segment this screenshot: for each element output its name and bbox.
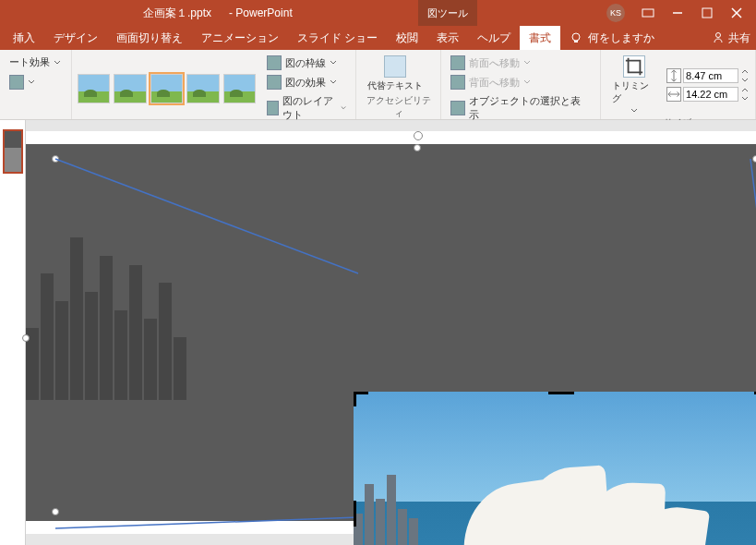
compress-button[interactable]	[6, 73, 39, 91]
picture-style-5[interactable]	[223, 74, 257, 103]
svg-rect-2	[702, 8, 712, 18]
app-name: - PowerPoint	[229, 6, 293, 19]
alt-text-icon	[384, 55, 406, 78]
lightbulb-icon	[570, 31, 582, 44]
selection-handle-l[interactable]	[22, 334, 30, 342]
selection-handle-tl[interactable]	[52, 155, 59, 163]
effects-icon	[267, 75, 282, 90]
tab-format[interactable]: 書式	[520, 26, 560, 50]
tab-animations[interactable]: アニメーション	[192, 26, 288, 50]
image-content	[470, 457, 711, 545]
bring-forward-icon	[450, 55, 465, 70]
bring-forward-button[interactable]: 前面へ移動	[447, 54, 534, 72]
tab-transitions[interactable]: 画面切り替え	[107, 26, 192, 50]
crop-handle-tl[interactable]	[354, 392, 368, 406]
picture-border-button[interactable]: 図の枠線	[263, 54, 349, 72]
maximize-icon[interactable]	[701, 6, 714, 19]
crop-region[interactable]	[354, 392, 756, 545]
picture-style-2[interactable]	[114, 74, 147, 103]
height-spinner[interactable]	[740, 68, 750, 83]
tab-view[interactable]: 表示	[427, 26, 468, 50]
slide-canvas[interactable]	[26, 131, 756, 534]
ribbon-tabs: 挿入 デザイン 画面切り替え アニメーション スライド ショー 校閲 表示 ヘル…	[0, 26, 756, 50]
minimize-icon[interactable]	[671, 6, 684, 19]
crop-button[interactable]: トリミング	[606, 54, 663, 116]
crop-handle-l[interactable]	[354, 501, 356, 527]
alt-text-button[interactable]: 代替テキスト	[362, 54, 428, 94]
svg-point-5	[572, 33, 580, 41]
compress-icon	[9, 75, 24, 90]
user-avatar[interactable]: KS	[606, 4, 625, 22]
picture-effects-button[interactable]: 図の効果	[263, 73, 349, 91]
share-icon	[712, 31, 725, 44]
width-spinner[interactable]	[740, 87, 750, 102]
slide-thumbnail-panel	[0, 120, 26, 545]
share-button[interactable]: 共有	[712, 30, 750, 46]
ribbon-display-icon[interactable]	[642, 6, 654, 19]
crop-icon	[623, 55, 645, 78]
crop-handle-t[interactable]	[548, 392, 574, 394]
close-icon[interactable]	[730, 6, 743, 19]
contextual-tab-label: 図ツール	[418, 0, 477, 26]
slide-editor	[0, 120, 756, 545]
chevron-down-icon	[54, 59, 61, 67]
picture-style-3[interactable]	[150, 74, 184, 103]
rotation-handle[interactable]	[414, 131, 423, 140]
picture-style-4[interactable]	[186, 74, 220, 103]
width-input[interactable]	[683, 87, 738, 102]
artistic-effects-button[interactable]: ート効果	[6, 54, 65, 71]
ribbon: ート効果 図の枠線 図の効果 図のレイアウト 図のスタイル 代替テキスト	[0, 50, 756, 120]
height-icon	[666, 68, 681, 83]
title-bar: 企画案１.pptx - PowerPoint 図ツール KS	[0, 0, 756, 26]
send-backward-icon	[450, 75, 465, 90]
border-icon	[267, 55, 282, 70]
tab-help[interactable]: ヘルプ	[468, 26, 520, 50]
selection-pane-icon	[450, 101, 465, 115]
selection-handle-tr[interactable]	[752, 155, 756, 163]
tab-insert[interactable]: 挿入	[4, 26, 44, 50]
picture-style-1[interactable]	[78, 74, 111, 103]
svg-rect-6	[574, 41, 578, 42]
document-title: 企画案１.pptx	[143, 6, 211, 21]
selection-pane-button[interactable]: オブジェクトの選択と表示	[447, 92, 594, 124]
group-label-accessibility: アクセシビリティ	[362, 94, 436, 122]
send-backward-button[interactable]: 背面へ移動	[447, 73, 534, 91]
height-input[interactable]	[683, 68, 738, 83]
tab-review[interactable]: 校閲	[387, 26, 427, 50]
width-icon	[666, 87, 681, 102]
selection-handle-bl[interactable]	[52, 508, 59, 515]
svg-rect-0	[642, 9, 654, 17]
selection-handle-t[interactable]	[414, 144, 421, 151]
tell-me-search[interactable]: 何をしますか	[570, 30, 654, 46]
layout-icon	[267, 101, 279, 115]
slide-thumbnail-1[interactable]	[3, 129, 23, 174]
svg-point-7	[716, 33, 721, 38]
tab-design[interactable]: デザイン	[44, 26, 107, 50]
tab-slideshow[interactable]: スライド ショー	[288, 26, 387, 50]
picture-layout-button[interactable]: 図のレイアウト	[263, 92, 349, 124]
